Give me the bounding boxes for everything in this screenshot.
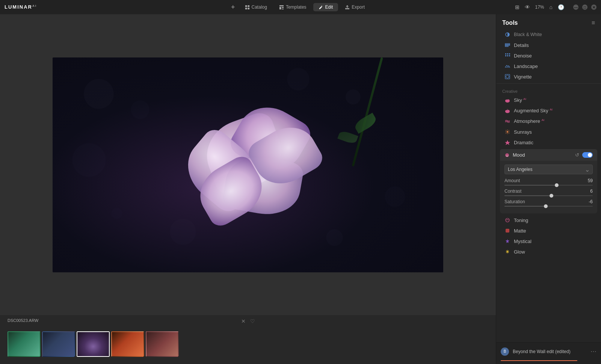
- tool-sky[interactable]: Sky AI: [498, 95, 599, 106]
- creative-section-label: Creative: [496, 85, 601, 95]
- panel-menu-icon[interactable]: ≡: [592, 20, 595, 26]
- tool-sunrays[interactable]: Sunrays: [498, 127, 599, 137]
- amount-slider-header: Amount 59: [504, 178, 593, 183]
- right-panel-bottom-bar: B Beyond the Wall edit (edited) ⋯: [496, 342, 601, 360]
- bottom-progress-bar: [496, 360, 601, 364]
- tool-landscape[interactable]: Landscape: [498, 61, 599, 71]
- thumbnail-3[interactable]: [77, 331, 110, 357]
- mood-header-right: ↺: [575, 152, 593, 158]
- app-name: LUMINAR: [5, 5, 32, 10]
- mood-body: Los Angeles Amount 59: [500, 161, 597, 213]
- contrast-slider-track[interactable]: [504, 195, 593, 196]
- saturation-slider-track[interactable]: [504, 206, 593, 207]
- filmstrip: DSC00523.ARW ✕ ♡: [0, 315, 496, 364]
- zoom-icon[interactable]: ⌂: [550, 4, 553, 10]
- heart-button[interactable]: ♡: [250, 318, 255, 324]
- app-superscript: AI: [32, 4, 37, 8]
- edit-label: Edit: [325, 5, 333, 10]
- tool-label-sunrays: Sunrays: [514, 129, 532, 135]
- contrast-label: Contrast: [504, 189, 521, 194]
- mood-panel: Mood ↺ Los Angeles: [500, 149, 597, 213]
- svg-line-29: [509, 130, 509, 131]
- panel-header-icons: ≡: [592, 20, 595, 26]
- tool-label-bw: Black & White: [514, 32, 542, 37]
- preview-icon[interactable]: 👁: [525, 4, 530, 10]
- contrast-slider-row: Contrast 6: [504, 189, 593, 196]
- tool-label-mystical: Mystical: [514, 239, 532, 244]
- minimize-button[interactable]: —: [573, 5, 578, 10]
- nav-templates[interactable]: Templates: [274, 3, 312, 11]
- saturation-label: Saturation: [504, 199, 525, 204]
- rose-stem: [352, 57, 383, 167]
- svg-rect-3: [248, 8, 249, 9]
- tool-black-white[interactable]: Black & White: [498, 29, 599, 40]
- nav-edit[interactable]: Edit: [313, 3, 338, 11]
- svg-line-28: [509, 133, 509, 133]
- mood-header: Mood ↺: [500, 149, 597, 161]
- dramatic-icon: [504, 139, 510, 145]
- tool-toning[interactable]: Toning: [498, 215, 599, 225]
- svg-point-18: [507, 100, 510, 101]
- tool-label-glow: Glow: [514, 249, 525, 255]
- tool-details[interactable]: Details: [498, 40, 599, 50]
- edit-avatar: B: [501, 347, 509, 356]
- thumbnail-5[interactable]: [146, 331, 179, 357]
- tool-dramatic[interactable]: Dramatic: [498, 137, 599, 148]
- maximize-button[interactable]: □: [582, 5, 587, 10]
- denoise-icon: [504, 53, 510, 59]
- tool-vignette[interactable]: Vignette: [498, 71, 599, 82]
- tool-label-landscape: Landscape: [514, 63, 538, 69]
- tool-label-augmented-sky: Augmented Sky AI: [514, 108, 553, 113]
- panel-title: Tools: [502, 20, 518, 26]
- mood-reset-icon[interactable]: ↺: [575, 152, 579, 158]
- view-toggle-icon[interactable]: ⊞: [515, 4, 519, 10]
- amount-value: 59: [588, 178, 593, 183]
- svg-line-27: [506, 130, 506, 131]
- rose-petals: [169, 90, 327, 240]
- mood-toggle[interactable]: [582, 152, 593, 158]
- amount-slider-track[interactable]: [504, 185, 593, 186]
- details-icon: [504, 42, 510, 48]
- add-button[interactable]: +: [231, 3, 235, 11]
- filmstrip-thumbnails: [8, 331, 179, 357]
- sunrays-icon: [504, 129, 510, 135]
- close-button[interactable]: ✕: [591, 5, 596, 10]
- saturation-slider-fill: [504, 206, 546, 207]
- export-icon: [345, 5, 350, 10]
- matte-icon: [504, 228, 510, 234]
- nav-export[interactable]: Export: [340, 3, 370, 11]
- svg-rect-13: [509, 55, 510, 56]
- tool-atmosphere[interactable]: Atmosphere AI: [498, 116, 599, 127]
- main-image: [53, 57, 443, 272]
- edit-icon: [319, 5, 323, 10]
- templates-label: Templates: [286, 5, 307, 10]
- export-label: Export: [352, 5, 365, 10]
- thumbnail-2[interactable]: [42, 331, 75, 357]
- main-area: DSC00523.ARW ✕ ♡: [0, 14, 601, 364]
- contrast-slider-thumb: [550, 194, 553, 198]
- image-container[interactable]: [0, 14, 496, 315]
- bottom-bar-menu-icon[interactable]: ⋯: [590, 348, 596, 355]
- mood-preset-select[interactable]: Los Angeles: [504, 165, 593, 174]
- clock-icon[interactable]: 🕐: [558, 4, 564, 10]
- toning-icon: [504, 217, 510, 223]
- nav-catalog[interactable]: Catalog: [240, 3, 272, 11]
- bw-icon: [504, 32, 510, 38]
- thumbnail-4[interactable]: [111, 331, 144, 357]
- thumbnail-1[interactable]: [8, 331, 41, 357]
- delete-button[interactable]: ✕: [241, 318, 246, 324]
- svg-rect-5: [505, 44, 510, 44]
- tool-glow[interactable]: Glow: [498, 246, 599, 257]
- mood-preset-wrapper[interactable]: Los Angeles: [504, 165, 593, 174]
- amount-slider-thumb: [555, 183, 559, 187]
- tool-mystical[interactable]: Mystical: [498, 236, 599, 246]
- contrast-value: 6: [590, 189, 593, 194]
- tool-label-denoise: Denoise: [514, 53, 532, 59]
- svg-point-15: [506, 75, 509, 78]
- tool-augmented-sky[interactable]: Augmented Sky AI: [498, 106, 599, 116]
- aug-sky-icon: [504, 108, 510, 114]
- tool-matte[interactable]: Matte: [498, 225, 599, 236]
- saturation-value: -6: [589, 199, 593, 204]
- tool-denoise[interactable]: Denoise: [498, 50, 599, 61]
- tool-label-atmosphere: Atmosphere AI: [514, 118, 544, 124]
